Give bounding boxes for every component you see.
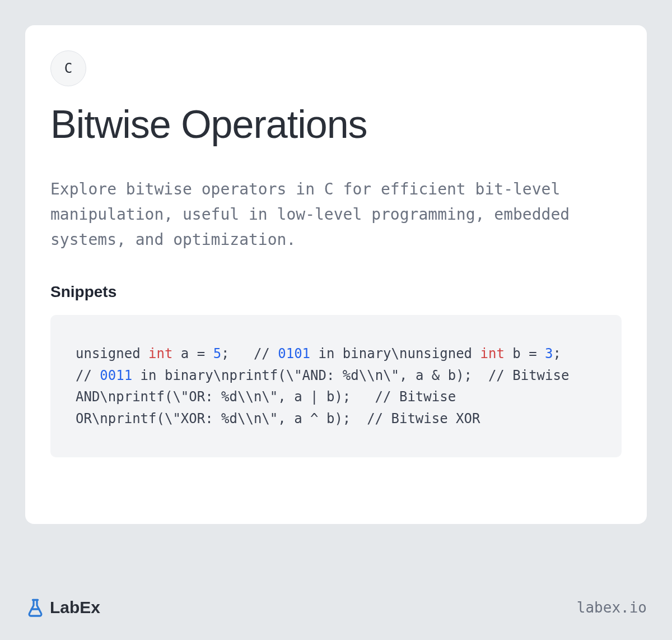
description-text: Explore bitwise operators in C for effic… xyxy=(50,177,622,252)
language-badge: C xyxy=(50,50,86,86)
page-title: Bitwise Operations xyxy=(50,103,622,146)
flask-icon xyxy=(25,597,45,618)
brand-logo: LabEx xyxy=(25,597,100,618)
snippets-heading: Snippets xyxy=(50,283,622,301)
content-card: C Bitwise Operations Explore bitwise ope… xyxy=(25,25,647,524)
code-snippet: unsigned int a = 5; // 0101 in binary\nu… xyxy=(50,315,622,457)
site-url: labex.io xyxy=(577,599,647,616)
brand-name: LabEx xyxy=(50,598,100,617)
footer: LabEx labex.io xyxy=(25,597,647,618)
